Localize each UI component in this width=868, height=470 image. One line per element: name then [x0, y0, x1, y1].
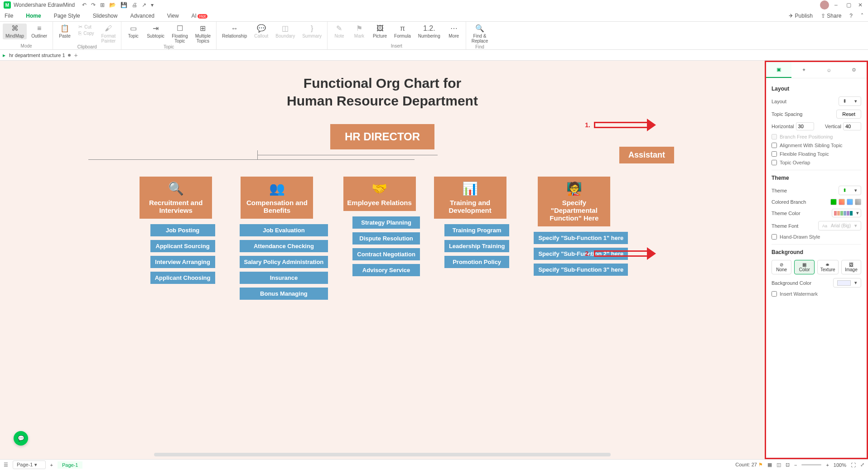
bg-image-button[interactable]: 🖼Image: [841, 260, 861, 274]
boundary-button[interactable]: ◫Boundary: [273, 24, 298, 39]
note-button[interactable]: ✎Note: [330, 24, 348, 39]
view-toggle-2-icon[interactable]: ◫: [776, 462, 781, 468]
floating-topic-button[interactable]: ☐Floating Topic: [169, 24, 191, 44]
relationship-button[interactable]: ↔Relationship: [219, 24, 250, 39]
sub-function-node[interactable]: Job Posting: [150, 224, 215, 236]
bg-color-button[interactable]: ▦Color: [794, 260, 814, 274]
tab-home[interactable]: Home: [26, 13, 41, 19]
panel-tab-icon[interactable]: ☺: [816, 62, 842, 78]
subtopic-button[interactable]: ⇥Subtopic: [144, 24, 167, 39]
outliner-button[interactable]: ≡Outliner: [29, 24, 50, 39]
collapse-ribbon-icon[interactable]: ˄: [861, 13, 863, 19]
mark-button[interactable]: ⚑Mark: [350, 24, 368, 39]
help-fab-button[interactable]: 💬: [14, 431, 28, 446]
fullscreen-icon[interactable]: ⛶: [851, 462, 856, 468]
sub-function-node[interactable]: Applicant Choosing: [150, 272, 215, 284]
copy-button[interactable]: ⎘Copy: [76, 30, 96, 36]
redo-icon[interactable]: ↷: [91, 2, 96, 8]
window-minimize-icon[interactable]: –: [834, 2, 841, 8]
watermark-checkbox[interactable]: [772, 291, 777, 297]
tab-view[interactable]: View: [167, 13, 179, 19]
publish-button[interactable]: ✈ Publish: [789, 13, 813, 19]
callout-button[interactable]: 💬Callout: [251, 24, 271, 39]
department-node[interactable]: 🤝Employee Relations: [343, 177, 416, 211]
add-page-button[interactable]: +: [50, 462, 53, 468]
canvas[interactable]: Functional Org Chart for Human Resource …: [0, 61, 765, 459]
page-tab[interactable]: Page-1: [58, 461, 82, 469]
sub-function-node[interactable]: Specify "Sub-Function 3" here: [534, 264, 628, 276]
tab-file[interactable]: File: [5, 13, 13, 19]
tab-advanced[interactable]: Advanced: [130, 13, 154, 19]
save-icon[interactable]: 💾: [121, 2, 127, 8]
department-node[interactable]: 📊Training and Development: [434, 177, 506, 219]
sub-function-node[interactable]: Contract Negotiation: [352, 248, 420, 260]
document-tab[interactable]: hr department structure 1: [9, 53, 71, 58]
new-tab-button[interactable]: +: [74, 52, 78, 59]
sub-function-node[interactable]: Interview Arranging: [150, 256, 215, 268]
topic-overlap-checkbox[interactable]: [772, 160, 777, 165]
window-close-icon[interactable]: ✕: [858, 2, 864, 8]
sub-function-node[interactable]: Leadership Training: [444, 240, 510, 252]
print-icon[interactable]: 🖨: [132, 2, 137, 8]
panel-tab-settings[interactable]: ⚙: [842, 62, 867, 78]
formula-button[interactable]: πFormula: [391, 24, 414, 39]
theme-color-dropdown[interactable]: ▾: [832, 209, 861, 217]
alignment-sibling-checkbox[interactable]: [772, 143, 777, 148]
horizontal-input[interactable]: [796, 122, 814, 130]
find-replace-button[interactable]: 🔍Find & Replace: [469, 24, 491, 44]
cut-button[interactable]: ✂Cut: [76, 24, 96, 30]
user-avatar[interactable]: [820, 0, 829, 10]
theme-font-dropdown[interactable]: AaArial (Big)▾: [818, 221, 861, 230]
page-dropdown[interactable]: Page-1 ▾: [13, 460, 46, 469]
zoom-out-button[interactable]: −: [794, 462, 797, 468]
bg-none-button[interactable]: ⊘None: [772, 260, 791, 274]
tab-slideshow[interactable]: Slideshow: [93, 13, 118, 19]
picture-button[interactable]: 🖼Picture: [370, 24, 390, 39]
fit-icon[interactable]: ⤢: [860, 462, 864, 468]
sub-function-node[interactable]: Attendance Checking: [240, 240, 328, 252]
department-node[interactable]: 🧑‍🏫Specify "Departmental Function" Here: [538, 177, 610, 226]
view-toggle-1-icon[interactable]: ▦: [767, 462, 772, 468]
new-icon[interactable]: ⊞: [100, 2, 105, 8]
department-node[interactable]: 👥Compensation and Benefits: [241, 177, 313, 219]
numbering-button[interactable]: 1.2.Numbering: [415, 24, 443, 39]
swatch[interactable]: [830, 199, 837, 205]
sub-function-node[interactable]: Salary Policy Administration: [240, 256, 328, 268]
zoom-slider[interactable]: [801, 464, 821, 465]
open-icon[interactable]: 📂: [109, 2, 116, 8]
panel-tab-layout[interactable]: ▣: [766, 62, 791, 78]
sub-function-node[interactable]: Applicant Sourcing: [150, 240, 215, 252]
mindmap-button[interactable]: ⌘MindMap: [3, 24, 27, 39]
outline-toggle-icon[interactable]: ☰: [4, 462, 8, 468]
multiple-topics-button[interactable]: ⊞Multiple Topics: [193, 24, 213, 44]
sub-function-node[interactable]: Strategy Planning: [352, 216, 420, 229]
more-button[interactable]: ⋯More: [445, 24, 463, 39]
sub-function-node[interactable]: Bonus Managing: [240, 288, 328, 300]
export-icon[interactable]: ↗: [142, 2, 146, 8]
theme-dropdown[interactable]: ⬍▾: [839, 186, 861, 195]
swatch[interactable]: [839, 199, 845, 205]
sub-function-node[interactable]: Insurance: [240, 272, 328, 284]
swatch[interactable]: [855, 199, 861, 205]
root-node[interactable]: HR DIRECTOR: [330, 124, 434, 149]
swatch[interactable]: [847, 199, 853, 205]
assistant-node[interactable]: Assistant: [619, 147, 674, 163]
help-icon[interactable]: ?: [849, 13, 853, 19]
sub-function-node[interactable]: Training Program: [444, 224, 510, 236]
tab-page-style[interactable]: Page Style: [54, 13, 80, 19]
undo-icon[interactable]: ↶: [82, 2, 87, 8]
tab-ai[interactable]: AIHot: [192, 13, 207, 19]
vertical-input[interactable]: [843, 122, 861, 130]
format-painter-button[interactable]: 🖌Format Painter: [99, 24, 119, 44]
panel-tab-style[interactable]: ✦: [791, 62, 817, 78]
share-button[interactable]: ⇪ Share: [821, 13, 841, 19]
view-toggle-3-icon[interactable]: ⊡: [786, 462, 790, 468]
bg-color-dropdown[interactable]: ▾: [833, 278, 861, 288]
flexible-floating-checkbox[interactable]: [772, 151, 777, 157]
sub-function-node[interactable]: Promotion Policy: [444, 256, 510, 268]
sub-function-node[interactable]: Dispute Resolution: [352, 232, 420, 245]
bg-texture-button[interactable]: ⩩Texture: [817, 260, 839, 274]
layout-dropdown[interactable]: ⬍▾: [839, 96, 861, 106]
sub-function-node[interactable]: Specify "Sub-Function 1" here: [534, 232, 628, 244]
hand-drawn-checkbox[interactable]: [772, 234, 777, 240]
